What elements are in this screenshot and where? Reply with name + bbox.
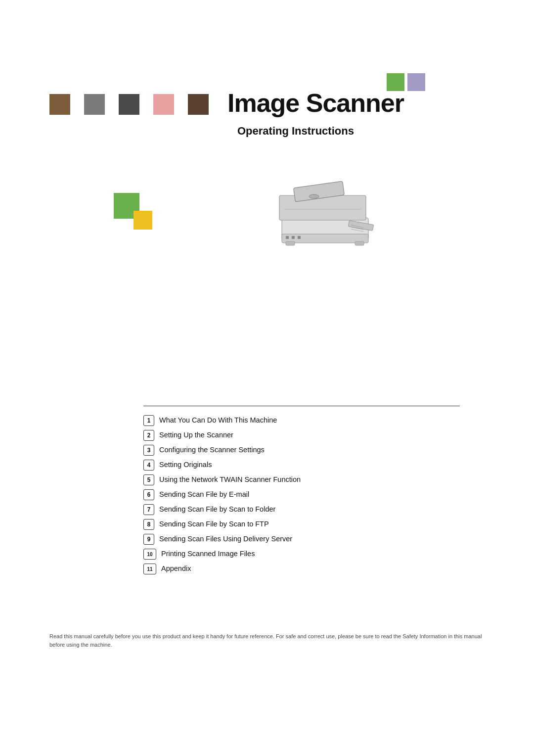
- toc-num-6: 6: [143, 489, 154, 500]
- toc-item-2: 2 Setting Up the Scanner: [143, 430, 460, 441]
- toc-label-5: Using the Network TWAIN Scanner Function: [159, 475, 301, 483]
- title-area: Image Scanner Operating Instructions: [227, 88, 404, 138]
- toc-item-11: 11 Appendix: [143, 564, 460, 574]
- deco-row-squares: [49, 94, 209, 115]
- svg-rect-7: [298, 236, 301, 239]
- footer-note: Read this manual carefully before you us…: [49, 632, 485, 650]
- toc-num-4: 4: [143, 460, 154, 471]
- square-yellow: [134, 211, 152, 230]
- square-pink: [153, 94, 174, 115]
- toc-label-11: Appendix: [161, 565, 191, 572]
- toc-label-2: Setting Up the Scanner: [159, 431, 233, 439]
- square-dark: [119, 94, 139, 115]
- toc-label-6: Sending Scan File by E-mail: [159, 490, 249, 498]
- square-purple-top: [407, 73, 425, 91]
- svg-point-3: [309, 194, 319, 198]
- scanner-svg: [267, 176, 386, 255]
- toc-num-3: 3: [143, 445, 154, 456]
- svg-rect-6: [292, 236, 295, 239]
- square-brown: [49, 94, 70, 115]
- toc-num-8: 8: [143, 519, 154, 530]
- toc-item-8: 8 Sending Scan File by Scan to FTP: [143, 519, 460, 530]
- toc-item-10: 10 Printing Scanned Image Files: [143, 549, 460, 560]
- svg-rect-5: [286, 236, 289, 239]
- toc-num-7: 7: [143, 504, 154, 515]
- svg-rect-14: [355, 241, 364, 245]
- main-title: Image Scanner: [227, 88, 404, 118]
- subtitle: Operating Instructions: [237, 125, 404, 138]
- toc-label-10: Printing Scanned Image Files: [161, 550, 255, 558]
- toc-item-3: 3 Configuring the Scanner Settings: [143, 445, 460, 456]
- footer-text: Read this manual carefully before you us…: [49, 633, 482, 648]
- svg-rect-13: [286, 241, 295, 245]
- toc-num-1: 1: [143, 415, 154, 426]
- scanner-illustration: [267, 176, 386, 255]
- toc-label-4: Setting Originals: [159, 461, 212, 469]
- toc-label-9: Sending Scan Files Using Delivery Server: [159, 535, 292, 543]
- toc-num-11: 11: [143, 564, 156, 574]
- toc-item-4: 4 Setting Originals: [143, 460, 460, 471]
- square-darkbrown: [188, 94, 209, 115]
- square-gray: [84, 94, 105, 115]
- svg-rect-1: [279, 195, 366, 220]
- toc-section: 1 What You Can Do With This Machine 2 Se…: [143, 406, 460, 578]
- toc-item-9: 9 Sending Scan Files Using Delivery Serv…: [143, 534, 460, 545]
- toc-num-5: 5: [143, 474, 154, 485]
- toc-divider: [143, 406, 460, 406]
- toc-num-10: 10: [143, 549, 156, 560]
- page: Image Scanner Operating Instructions: [0, 0, 534, 756]
- toc-item-5: 5 Using the Network TWAIN Scanner Functi…: [143, 474, 460, 485]
- toc-item-7: 7 Sending Scan File by Scan to Folder: [143, 504, 460, 515]
- toc-num-9: 9: [143, 534, 154, 545]
- toc-num-2: 2: [143, 430, 154, 441]
- toc-label-7: Sending Scan File by Scan to Folder: [159, 505, 275, 513]
- toc-label-1: What You Can Do With This Machine: [159, 416, 277, 424]
- toc-item-1: 1 What You Can Do With This Machine: [143, 415, 460, 426]
- toc-label-3: Configuring the Scanner Settings: [159, 446, 265, 454]
- toc-item-6: 6 Sending Scan File by E-mail: [143, 489, 460, 500]
- toc-label-8: Sending Scan File by Scan to FTP: [159, 520, 269, 528]
